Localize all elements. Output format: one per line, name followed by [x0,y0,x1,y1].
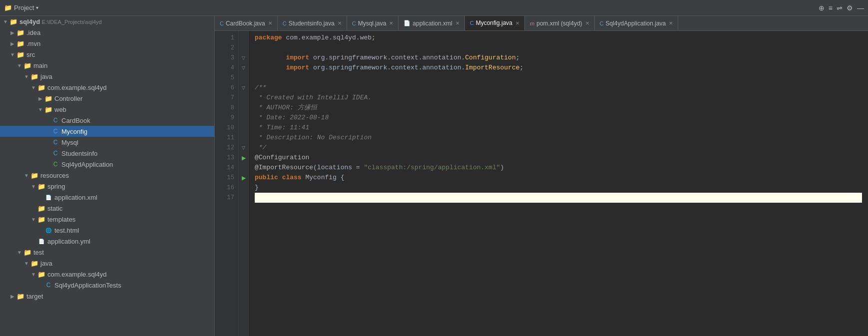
settings-icon[interactable]: ⚙ [847,4,853,12]
tree-item-cardbook[interactable]: C CardBook [0,115,214,126]
folder-main-icon: 📁 [23,62,32,69]
class-mysql-icon: C [51,139,60,146]
class-myconfig-icon: C [51,128,60,135]
tree-item-studentsinfo[interactable]: C Studentsinfo [0,148,214,159]
tree-item-mysql[interactable]: C Mysql [0,137,214,148]
tree-item-resources[interactable]: ▼ 📁 resources [0,170,214,181]
code-line-15: public class Myconfig { [255,173,862,183]
tab-studentsinfo-label: Studentsinfo.java [289,20,335,27]
code-line-1: package com.example.sql4yd.web; [255,33,862,43]
tab-myconfig-close[interactable]: ✕ [515,20,519,26]
class-sql4ydapp-icon: C [51,161,60,168]
tab-mysql-close[interactable]: ✕ [389,20,393,26]
tree-item-mvn[interactable]: ▶ 📁 .mvn [0,38,214,49]
arrow-java-test[interactable]: ▼ [23,261,30,266]
folder-icon: 📁 [9,18,18,25]
tab-cardbook[interactable]: C CardBook.java ✕ [215,16,278,31]
sidebar-tree[interactable]: ▼ 📁 sql4yd E:\IDEA_Projects\sql4yd ▶ 📁 .… [0,16,214,336]
tab-studentsinfo-close[interactable]: ✕ [338,20,342,26]
folder-idea-icon: 📁 [16,29,25,36]
minimize-icon[interactable]: — [857,4,864,12]
arrow-java[interactable]: ▼ [23,74,30,79]
arrow-target[interactable]: ▶ [9,294,16,299]
tree-item-spring[interactable]: ▼ 📁 spring [0,181,214,192]
folder-web-icon: 📁 [44,106,53,113]
code-line-4: import org.springframework.context.annot… [255,63,862,73]
folder-java-icon: 📁 [30,73,39,80]
folder-package-icon: 📁 [37,84,46,91]
code-line-8: * AUTHOR: 方缘恒 [255,103,862,113]
folder-resources-icon: 📁 [30,172,39,179]
arrow-src[interactable]: ▼ [9,52,16,57]
arrow-test[interactable]: ▼ [16,250,23,255]
arrow-main[interactable]: ▼ [16,63,23,68]
tree-item-test[interactable]: ▼ 📁 test [0,247,214,258]
code-line-5 [255,73,862,83]
tree-item-sql4ydapp[interactable]: C Sql4ydApplication [0,159,214,170]
tab-sql4ydapp-icon: C [600,20,604,26]
code-content[interactable]: package com.example.sql4yd.web; import o… [249,31,868,336]
tree-item-package-test[interactable]: ▼ 📁 com.example.sql4yd [0,269,214,280]
tab-appxml-close[interactable]: ✕ [455,20,459,26]
code-line-9: * Date: 2022-08-18 [255,113,862,123]
tree-item-templates[interactable]: ▼ 📁 templates [0,214,214,225]
arrow-root[interactable]: ▼ [2,19,9,24]
folder-test-icon: 📁 [23,249,32,256]
structure-icon[interactable]: ≡ [829,4,833,12]
tree-item-apptests[interactable]: C Sql4ydApplicationTests [0,280,214,291]
code-line-16: } [255,183,862,193]
arrow-package-test[interactable]: ▼ [30,272,37,277]
folder-target-icon: 📁 [16,293,25,300]
tab-pomxml[interactable]: m pom.xml (sql4yd) ✕ [525,16,595,31]
tree-item-static[interactable]: 📁 static [0,203,214,214]
code-line-6: /** [255,83,862,93]
tab-myconfig-label: Myconfig.java [476,19,512,26]
code-editor: 12345 678910 1112131415 1617 ▽ ▽ ▽ ▽ ▶ [215,31,868,336]
tree-item-target[interactable]: ▶ 📁 target [0,291,214,302]
tree-item-myconfig[interactable]: C Myconfig [0,126,214,137]
tab-studentsinfo[interactable]: C Studentsinfo.java ✕ [278,16,347,31]
tree-item-controller[interactable]: ▶ 📁 Controller [0,93,214,104]
folder-templates-icon: 📁 [37,216,46,223]
collapse-icon[interactable]: ⇌ [837,4,843,12]
tree-item-appxml[interactable]: 📄 application.xml [0,192,214,203]
tree-item-java-test[interactable]: ▼ 📁 java [0,258,214,269]
arrow-spring[interactable]: ▼ [30,184,37,189]
arrow-idea[interactable]: ▶ [9,30,16,35]
arrow-controller[interactable]: ▶ [37,96,44,101]
tab-sql4ydapp[interactable]: C Sql4ydApplication.java ✕ [595,16,679,31]
tab-pomxml-label: pom.xml (sql4yd) [536,20,582,27]
code-line-7: * Created with IntelliJ IDEA. [255,93,862,103]
code-line-11: * Description: No Description [255,133,862,143]
project-label: Project [14,4,34,11]
arrow-resources[interactable]: ▼ [23,173,30,178]
tab-cardbook-close[interactable]: ✕ [268,20,272,26]
tree-item-java-folder[interactable]: ▼ 📁 java [0,71,214,82]
tree-item-root[interactable]: ▼ 📁 sql4yd E:\IDEA_Projects\sql4yd [0,16,214,27]
tree-item-main[interactable]: ▼ 📁 main [0,60,214,71]
editor-area: C CardBook.java ✕ C Studentsinfo.java ✕ … [215,16,868,336]
tab-cardbook-label: CardBook.java [226,20,265,27]
tab-sql4ydapp-label: Sql4ydApplication.java [606,20,666,27]
arrow-templates[interactable]: ▼ [30,217,37,222]
arrow-web[interactable]: ▼ [37,107,44,112]
tab-mysql[interactable]: C Mysql.java ✕ [347,16,399,31]
tree-item-web[interactable]: ▼ 📁 web [0,104,214,115]
title-icons: ⊕ ≡ ⇌ ⚙ — [819,4,864,12]
tab-cardbook-icon: C [220,20,224,26]
tab-myconfig[interactable]: C Myconfig.java ✕ [465,16,525,31]
arrow-package[interactable]: ▼ [30,85,37,90]
tab-pomxml-close[interactable]: ✕ [585,20,589,26]
tree-item-package[interactable]: ▼ 📁 com.example.sql4yd [0,82,214,93]
code-line-10: * Time: 11:41 [255,123,862,133]
project-dropdown-icon[interactable]: ▾ [36,5,38,10]
tree-item-src[interactable]: ▼ 📁 src [0,49,214,60]
tree-item-idea[interactable]: ▶ 📁 .idea [0,27,214,38]
project-icon: 📁 [4,4,12,11]
tab-sql4ydapp-close[interactable]: ✕ [669,20,673,26]
tree-item-testhtml[interactable]: 🌐 test.html [0,225,214,236]
add-module-icon[interactable]: ⊕ [819,4,825,12]
tab-appxml[interactable]: 📄 application.xml ✕ [399,16,464,31]
arrow-mvn[interactable]: ▶ [9,41,16,46]
tree-item-appyml[interactable]: 📄 application.yml [0,236,214,247]
